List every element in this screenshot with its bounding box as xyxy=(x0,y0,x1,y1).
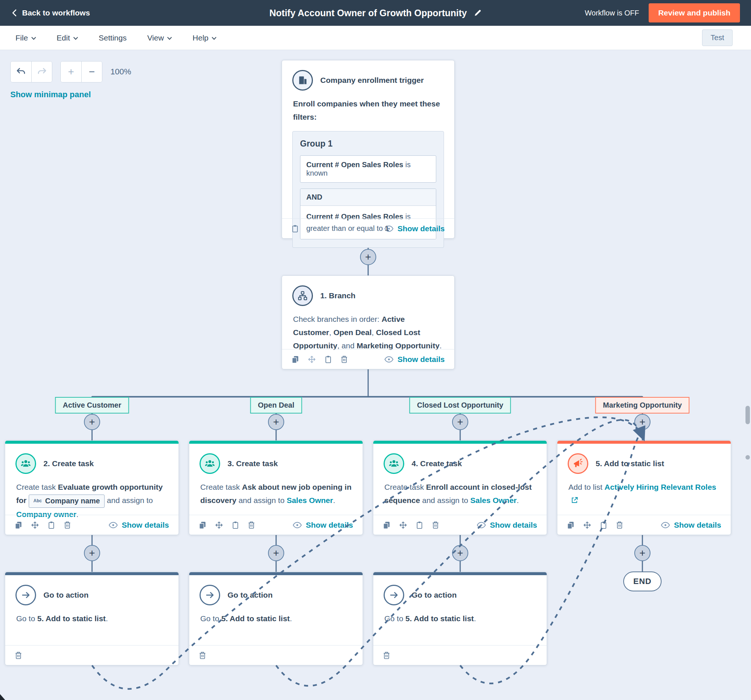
add-action-button[interactable]: + xyxy=(634,545,651,561)
add-action-button[interactable]: + xyxy=(360,249,376,265)
add-action-button[interactable]: + xyxy=(268,545,284,561)
clipboard-icon[interactable] xyxy=(48,521,55,529)
trigger-show-details[interactable]: Show details xyxy=(384,224,445,233)
clipboard-icon[interactable] xyxy=(232,521,239,529)
trash-icon[interactable] xyxy=(432,521,439,529)
action-show-details[interactable]: Show details xyxy=(293,521,353,530)
branch-title: 1. Branch xyxy=(320,291,355,300)
trash-icon[interactable] xyxy=(616,521,623,529)
trigger-title: Company enrollment trigger xyxy=(320,76,424,85)
duplicate-icon[interactable] xyxy=(383,521,390,529)
company-name-token[interactable]: AbcCompany name xyxy=(29,494,105,508)
duplicate-icon[interactable] xyxy=(567,521,574,529)
filter-row-1[interactable]: Current # Open Sales Roles is known xyxy=(300,155,436,182)
action-title: 5. Add to static list xyxy=(596,459,664,468)
workflow-canvas[interactable]: + − 100% Show minimap panel Company enro… xyxy=(0,50,751,700)
sales-owner-link[interactable]: Sales Owner xyxy=(470,496,516,504)
branch-card[interactable]: 1. Branch Check branches in order: Activ… xyxy=(282,275,455,369)
review-and-publish-button[interactable]: Review and publish xyxy=(649,3,740,22)
goto-title: Go to action xyxy=(43,590,89,600)
trash-icon[interactable] xyxy=(15,651,22,660)
workflow-title: Notify Account Owner of Growth Opportuni… xyxy=(269,8,467,19)
move-icon[interactable] xyxy=(583,521,591,529)
pencil-icon[interactable] xyxy=(473,9,482,17)
move-icon[interactable] xyxy=(399,521,407,529)
external-link-icon[interactable] xyxy=(570,495,578,508)
workflow-editor: Back to workflows Notify Account Owner o… xyxy=(0,0,751,700)
action-description: Create task Ask about new job opening in… xyxy=(189,477,363,507)
move-icon[interactable] xyxy=(215,521,223,529)
action-card-add-to-static-list[interactable]: 5. Add to static list Add to list Active… xyxy=(557,440,731,535)
arrow-right-circle-icon xyxy=(199,585,220,605)
megaphone-icon xyxy=(568,453,588,474)
trash-icon[interactable] xyxy=(383,651,390,660)
goto-action-card[interactable]: Go to action Go to 5. Add to static list… xyxy=(373,572,547,665)
workflow-title-wrap: Notify Account Owner of Growth Opportuni… xyxy=(269,8,482,19)
undo-button[interactable] xyxy=(11,62,31,82)
eye-icon xyxy=(661,522,670,528)
topbar-right: Workflow is OFF Review and publish xyxy=(585,3,740,22)
action-card-create-task-3[interactable]: 3. Create task Create task Ask about new… xyxy=(189,440,363,535)
action-show-details[interactable]: Show details xyxy=(661,521,721,530)
zoom-in-button[interactable]: + xyxy=(61,62,81,82)
cursor xyxy=(0,694,5,700)
goto-title: Go to action xyxy=(412,590,457,600)
enrollment-trigger-card[interactable]: Company enrollment trigger Enroll compan… xyxy=(282,60,455,239)
test-button[interactable]: Test xyxy=(702,29,732,46)
duplicate-icon[interactable] xyxy=(292,355,299,363)
move-icon[interactable] xyxy=(31,521,39,529)
goto-action-card[interactable]: Go to action Go to 5. Add to static list… xyxy=(189,572,363,665)
static-list-link[interactable]: Actively Hiring Relevant Roles xyxy=(604,483,716,491)
sales-owner-link[interactable]: Sales Owner xyxy=(287,496,333,504)
duplicate-icon[interactable] xyxy=(15,521,22,529)
menu-settings[interactable]: Settings xyxy=(99,34,127,42)
clipboard-icon[interactable] xyxy=(600,521,607,529)
trash-icon[interactable] xyxy=(64,521,71,529)
redo-button[interactable] xyxy=(31,62,52,82)
duplicate-icon[interactable] xyxy=(199,521,206,529)
show-minimap-link[interactable]: Show minimap panel xyxy=(10,90,91,99)
add-action-button[interactable]: + xyxy=(452,545,468,561)
arrow-right-circle-icon xyxy=(15,585,36,605)
clipboard-icon[interactable] xyxy=(325,355,332,363)
action-card-create-task-2[interactable]: 2. Create task Create task Evaluate grow… xyxy=(5,440,179,535)
trash-icon[interactable] xyxy=(340,355,348,363)
clipboard-icon[interactable] xyxy=(292,225,298,233)
branch-show-details[interactable]: Show details xyxy=(384,355,445,364)
trash-icon[interactable] xyxy=(199,651,206,660)
action-title: 3. Create task xyxy=(227,459,278,468)
branch-label-marketing[interactable]: Marketing Opportunity xyxy=(595,397,689,414)
add-action-button[interactable]: + xyxy=(84,545,100,561)
back-to-workflows-link[interactable]: Back to workflows xyxy=(11,8,90,17)
zoom-out-button[interactable]: − xyxy=(81,62,102,82)
vertical-scrollbar-thumb[interactable] xyxy=(745,455,750,459)
branch-label-open-deal[interactable]: Open Deal xyxy=(250,397,302,414)
filter-group-title: Group 1 xyxy=(300,139,436,149)
team-icon xyxy=(383,453,404,474)
action-title: 4. Create task xyxy=(412,459,462,468)
vertical-scrollbar-thumb[interactable] xyxy=(745,406,750,424)
eye-icon xyxy=(384,226,394,232)
menu-help[interactable]: Help xyxy=(193,34,216,42)
and-label: AND xyxy=(300,189,436,206)
trash-icon[interactable] xyxy=(248,521,255,529)
clipboard-icon[interactable] xyxy=(416,521,423,529)
add-action-button[interactable]: + xyxy=(634,414,651,430)
chevron-down-icon xyxy=(73,37,78,40)
add-action-button[interactable]: + xyxy=(84,414,100,430)
goto-action-card[interactable]: Go to action Go to 5. Add to static list… xyxy=(5,572,179,665)
action-show-details[interactable]: Show details xyxy=(108,521,169,530)
add-action-button[interactable]: + xyxy=(452,414,468,430)
branch-label-closed-lost[interactable]: Closed Lost Opportunity xyxy=(409,397,511,414)
card-accent-bar xyxy=(557,441,731,444)
action-card-create-task-4[interactable]: 4. Create task Create task Enroll accoun… xyxy=(373,440,547,535)
branch-label-active-customer[interactable]: Active Customer xyxy=(55,397,129,414)
move-icon[interactable] xyxy=(308,355,316,363)
add-action-button[interactable]: + xyxy=(268,414,284,430)
sitemap-icon xyxy=(292,285,313,306)
action-show-details[interactable]: Show details xyxy=(477,521,537,530)
menu-edit[interactable]: Edit xyxy=(57,34,78,42)
menu-view[interactable]: View xyxy=(147,34,172,42)
menu-file[interactable]: File xyxy=(15,34,36,42)
card-accent-bar xyxy=(189,572,363,575)
